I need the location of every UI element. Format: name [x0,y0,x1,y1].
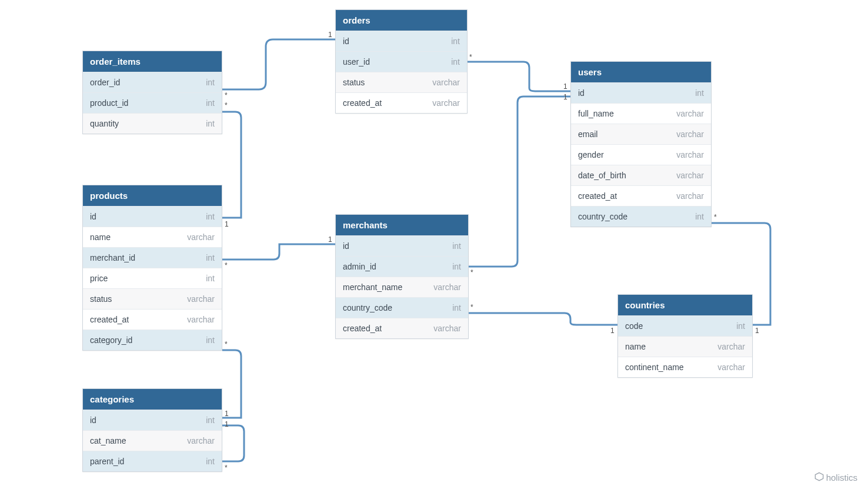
field-row[interactable]: namevarchar [618,336,752,357]
field-name: merchant_name [343,282,402,292]
field-row[interactable]: idint [83,410,222,430]
field-name: full_name [578,109,614,118]
cardinality-label: * [225,101,228,109]
table-title: merchants [336,215,468,235]
field-name: user_id [343,57,370,66]
field-row[interactable]: namevarchar [83,227,222,247]
cardinality-label: * [225,340,228,348]
field-name: email [578,129,597,139]
field-name: code [625,321,643,331]
field-row[interactable]: created_atvarchar [336,92,467,113]
field-type: int [206,98,215,108]
field-type: int [452,241,461,251]
field-row[interactable]: cat_namevarchar [83,430,222,451]
field-row[interactable]: created_atvarchar [571,185,711,206]
field-row[interactable]: admin_idint [336,256,468,277]
field-name: country_code [578,212,627,221]
watermark-holistics: holistics [814,472,857,483]
table-merchants[interactable]: merchants idint admin_idint merchant_nam… [335,214,469,339]
field-row[interactable]: priceint [83,268,222,288]
table-categories[interactable]: categories idint cat_namevarchar parent_… [82,388,222,472]
field-row[interactable]: merchant_idint [83,247,222,268]
field-row[interactable]: quantityint [83,113,222,134]
field-type: varchar [187,294,215,304]
table-title: countries [618,295,752,315]
field-row[interactable]: user_idint [336,51,467,72]
field-row[interactable]: idint [571,82,711,103]
field-type: varchar [717,342,745,351]
table-title: orders [336,10,467,31]
field-type: int [451,36,460,46]
field-row[interactable]: product_idint [83,92,222,113]
cardinality-label: * [225,261,228,270]
field-type: int [206,78,215,87]
field-type: int [206,119,215,128]
field-row[interactable]: idint [336,31,467,51]
field-row[interactable]: codeint [618,315,752,336]
table-products[interactable]: products idint namevarchar merchant_idin… [82,185,222,351]
field-type: int [695,212,704,221]
cardinality-label: 1 [225,220,229,228]
svg-marker-0 [815,473,823,480]
table-orders[interactable]: orders idint user_idint statusvarchar cr… [335,9,468,114]
field-name: cat_name [90,436,126,445]
field-name: id [578,88,585,98]
field-row[interactable]: idint [336,235,468,256]
field-type: int [695,88,704,98]
table-title: users [571,62,711,82]
field-name: merchant_id [90,253,135,262]
field-name: created_at [343,98,382,108]
field-name: name [90,232,111,242]
field-row[interactable]: order_idint [83,72,222,92]
table-countries[interactable]: countries codeint namevarchar continent_… [617,294,753,378]
field-name: country_code [343,303,392,312]
field-type: int [206,212,215,221]
field-row[interactable]: gendervarchar [571,144,711,165]
field-name: created_at [90,315,129,324]
field-name: order_id [90,78,120,87]
field-name: quantity [90,119,119,128]
cardinality-label: * [225,464,228,472]
field-row[interactable]: created_atvarchar [83,309,222,330]
field-row[interactable]: country_codeint [336,297,468,318]
field-type: int [206,415,215,425]
field-type: varchar [676,150,704,159]
table-title: categories [83,389,222,410]
field-type: varchar [676,109,704,118]
table-order-items[interactable]: order_items order_idint product_idint qu… [82,51,222,134]
field-row[interactable]: merchant_namevarchar [336,277,468,297]
field-name: id [90,212,96,221]
cardinality-label: 1 [755,327,759,335]
field-name: created_at [343,324,382,333]
field-type: varchar [676,191,704,201]
field-row[interactable]: parent_idint [83,451,222,471]
field-type: varchar [433,282,461,292]
field-row[interactable]: statusvarchar [83,288,222,309]
field-row[interactable]: date_of_birthvarchar [571,165,711,185]
field-row[interactable]: continent_namevarchar [618,357,752,377]
field-name: category_id [90,335,132,345]
field-name: gender [578,150,604,159]
cardinality-label: 1 [328,235,332,244]
field-row[interactable]: statusvarchar [336,72,467,92]
cardinality-label: 1 [563,82,567,91]
field-name: id [343,241,349,251]
field-name: product_id [90,98,128,108]
field-row[interactable]: full_namevarchar [571,103,711,124]
field-name: continent_name [625,362,684,372]
field-type: int [736,321,745,331]
field-row[interactable]: idint [83,206,222,227]
field-type: varchar [717,362,745,372]
field-row[interactable]: emailvarchar [571,124,711,144]
cardinality-label: * [225,91,228,99]
field-name: status [343,78,365,87]
field-type: int [206,457,215,466]
table-users[interactable]: users idint full_namevarchar emailvarcha… [570,61,712,227]
cardinality-label: 1 [328,31,332,39]
field-row[interactable]: created_atvarchar [336,318,468,338]
field-name: price [90,274,108,283]
field-type: varchar [187,315,215,324]
field-row[interactable]: country_codeint [571,206,711,227]
field-row[interactable]: category_idint [83,330,222,350]
cardinality-label: * [714,213,717,221]
